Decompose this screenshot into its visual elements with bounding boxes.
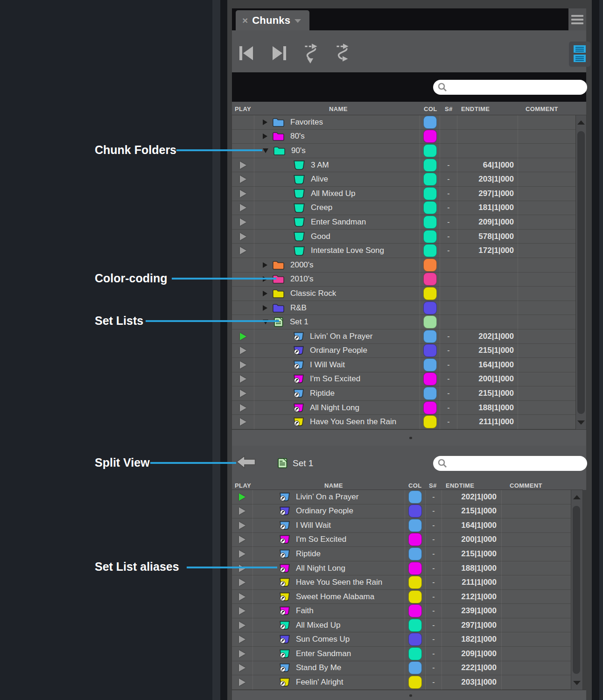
color-cell[interactable] bbox=[420, 315, 440, 329]
back-arrow-button[interactable] bbox=[236, 455, 256, 471]
play-button[interactable] bbox=[239, 522, 245, 529]
play-button[interactable] bbox=[240, 390, 246, 397]
alias-row[interactable]: Riptide-215|1|000 bbox=[232, 547, 571, 561]
comment-cell[interactable] bbox=[518, 172, 576, 187]
color-cell[interactable] bbox=[420, 130, 440, 144]
name-cell[interactable]: Livin’ On a Prayer bbox=[253, 490, 405, 504]
play-cell[interactable] bbox=[232, 518, 253, 533]
play-button[interactable] bbox=[240, 333, 246, 340]
play-button[interactable] bbox=[240, 361, 246, 369]
color-cell[interactable] bbox=[420, 301, 440, 315]
name-cell[interactable]: I'm So Excited bbox=[253, 533, 405, 547]
color-cell[interactable] bbox=[420, 230, 440, 244]
play-button[interactable] bbox=[239, 493, 245, 501]
alias-row[interactable]: Ordinary People-215|1|000 bbox=[232, 344, 576, 358]
color-cell[interactable] bbox=[420, 172, 440, 187]
comment-cell[interactable] bbox=[502, 547, 571, 561]
name-cell[interactable]: All Night Long bbox=[254, 401, 420, 415]
color-chip[interactable] bbox=[408, 590, 422, 603]
color-cell[interactable] bbox=[420, 215, 440, 230]
play-cell[interactable] bbox=[232, 115, 254, 130]
name-cell[interactable]: Good bbox=[254, 230, 420, 244]
comment-cell[interactable] bbox=[518, 315, 576, 329]
color-chip[interactable] bbox=[408, 604, 422, 617]
comment-cell[interactable] bbox=[518, 401, 576, 415]
setlist-row[interactable]: Set 1 bbox=[232, 315, 576, 329]
play-button[interactable] bbox=[239, 607, 245, 615]
comment-cell[interactable] bbox=[518, 187, 576, 201]
color-chip[interactable] bbox=[408, 647, 422, 660]
name-cell[interactable]: I Will Wait bbox=[254, 358, 420, 372]
scrollbar-thumb[interactable] bbox=[573, 506, 580, 674]
sequence-row[interactable]: Alive-203|1|000 bbox=[232, 172, 576, 187]
play-cell[interactable] bbox=[232, 201, 254, 216]
color-chip[interactable] bbox=[423, 216, 437, 229]
chunk-search[interactable] bbox=[433, 80, 587, 95]
tab-chunks[interactable]: × Chunks bbox=[236, 10, 309, 30]
alias-row[interactable]: Have You Seen the Rain-211|1|000 bbox=[232, 415, 576, 429]
color-cell[interactable] bbox=[405, 647, 426, 661]
color-chip[interactable] bbox=[423, 330, 437, 343]
panel-menu-button[interactable] bbox=[568, 8, 586, 30]
color-cell[interactable] bbox=[405, 661, 426, 676]
play-button[interactable] bbox=[239, 679, 245, 686]
play-cell[interactable] bbox=[232, 533, 253, 547]
play-button[interactable] bbox=[240, 347, 246, 354]
alias-row[interactable]: All Night Long-188|1|000 bbox=[232, 561, 571, 576]
disclosure-toggle[interactable] bbox=[263, 148, 268, 153]
folder-row[interactable]: Classic Rock bbox=[232, 287, 576, 301]
chain-chunks-button[interactable] bbox=[334, 42, 352, 66]
name-cell[interactable]: Favorites bbox=[254, 115, 420, 130]
color-cell[interactable] bbox=[420, 386, 440, 401]
cue-chunks-button[interactable] bbox=[302, 42, 321, 66]
alias-row[interactable]: I Will Wait-164|1|000 bbox=[232, 518, 571, 533]
color-cell[interactable] bbox=[405, 561, 426, 576]
color-cell[interactable] bbox=[420, 401, 440, 415]
play-cell[interactable] bbox=[232, 618, 253, 633]
color-chip[interactable] bbox=[423, 201, 437, 214]
color-cell[interactable] bbox=[420, 287, 440, 301]
name-cell[interactable]: Creep bbox=[254, 201, 420, 216]
scroll-down-button[interactable] bbox=[576, 415, 586, 429]
color-chip[interactable] bbox=[408, 619, 422, 632]
comment-cell[interactable] bbox=[518, 201, 576, 216]
color-cell[interactable] bbox=[405, 675, 426, 690]
disclosure-toggle[interactable] bbox=[263, 133, 267, 139]
comment-cell[interactable] bbox=[518, 329, 576, 344]
comment-cell[interactable] bbox=[518, 358, 576, 372]
comment-cell[interactable] bbox=[518, 415, 576, 429]
alias-row[interactable]: Livin’ On a Prayer-202|1|000 bbox=[232, 490, 571, 504]
color-chip[interactable] bbox=[408, 562, 422, 575]
comment-cell[interactable] bbox=[518, 144, 576, 158]
color-cell[interactable] bbox=[420, 158, 440, 173]
name-cell[interactable]: Sweet Home Alabama bbox=[253, 590, 405, 604]
play-cell[interactable] bbox=[232, 575, 253, 590]
alias-row[interactable]: Ordinary People-215|1|000 bbox=[232, 504, 571, 519]
color-cell[interactable] bbox=[405, 590, 426, 604]
comment-cell[interactable] bbox=[502, 618, 571, 633]
color-cell[interactable] bbox=[420, 258, 440, 273]
play-cell[interactable] bbox=[232, 158, 254, 173]
play-button[interactable] bbox=[239, 550, 245, 558]
color-chip[interactable] bbox=[423, 387, 437, 400]
folder-row[interactable]: 80's bbox=[232, 130, 576, 144]
play-cell[interactable] bbox=[232, 632, 253, 647]
alias-row[interactable]: Sweet Home Alabama-212|1|000 bbox=[232, 590, 571, 604]
name-cell[interactable]: I'm So Excited bbox=[254, 372, 420, 387]
play-cell[interactable] bbox=[232, 244, 254, 258]
play-button[interactable] bbox=[240, 375, 246, 383]
play-button[interactable] bbox=[239, 664, 245, 672]
play-cell[interactable] bbox=[232, 230, 254, 244]
name-cell[interactable]: 2000's bbox=[254, 258, 420, 273]
play-cell[interactable] bbox=[232, 130, 254, 144]
color-chip[interactable] bbox=[408, 633, 422, 646]
folder-row[interactable]: 90's bbox=[232, 144, 576, 158]
name-cell[interactable]: Classic Rock bbox=[254, 287, 420, 301]
play-cell[interactable] bbox=[232, 590, 253, 604]
comment-cell[interactable] bbox=[518, 386, 576, 401]
color-chip[interactable] bbox=[423, 372, 437, 385]
scroll-down-button[interactable] bbox=[571, 676, 582, 690]
play-cell[interactable] bbox=[232, 647, 253, 661]
color-cell[interactable] bbox=[420, 144, 440, 158]
name-cell[interactable]: 80's bbox=[254, 130, 420, 144]
